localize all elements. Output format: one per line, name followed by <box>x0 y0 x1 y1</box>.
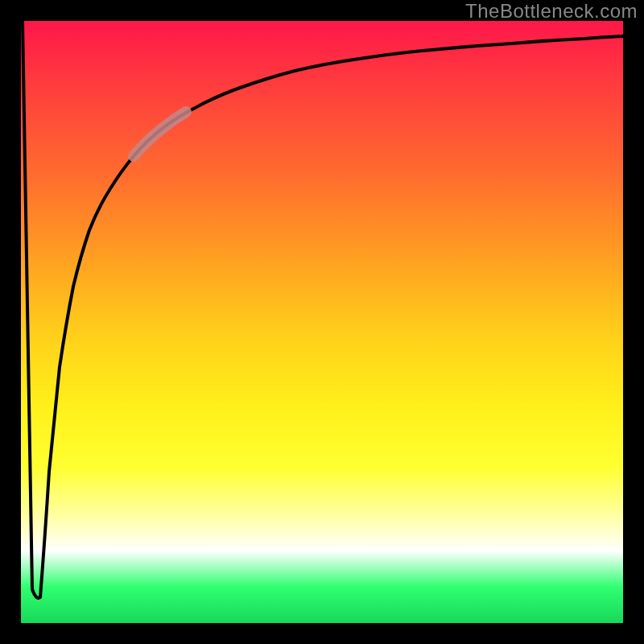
attribution-label: TheBottleneck.com <box>465 0 638 23</box>
chart-container: TheBottleneck.com <box>0 0 644 644</box>
plot-area <box>21 21 623 623</box>
